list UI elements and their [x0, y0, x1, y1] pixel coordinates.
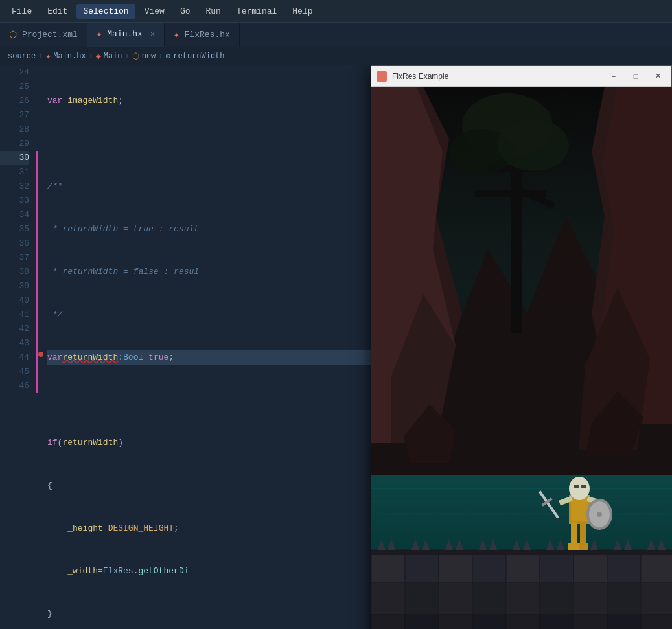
breadcrumb-main-class[interactable]: Main [104, 52, 122, 61]
ln-43: 43 [0, 336, 29, 350]
game-window-app-icon [377, 71, 387, 82]
hx-main-icon: ✦ [97, 29, 102, 40]
breadcrumb-new-icon: ⬡ [132, 51, 139, 62]
ln-46: 46 [0, 379, 29, 393]
menu-view[interactable]: View [138, 4, 171, 19]
breadcrumb-returnwidth[interactable]: returnWidth [173, 52, 224, 61]
breakpoint-marker [38, 352, 43, 357]
ln-24: 24 [0, 65, 29, 80]
tab-bar: ⬡ Project.xml ✦ Main.hx ✕ ✦ FlxRes.hx [0, 23, 672, 47]
ln-39: 39 [0, 279, 29, 293]
line-numbers: 24 25 26 27 28 29 30 31 32 33 34 35 36 3… [0, 65, 36, 629]
svg-rect-62 [472, 582, 506, 615]
svg-rect-75 [607, 615, 641, 629]
svg-rect-33 [405, 550, 439, 555]
ln-36: 36 [0, 236, 29, 251]
game-window-close[interactable]: ✕ [649, 70, 666, 83]
svg-rect-66 [607, 582, 641, 615]
menu-edit[interactable]: Edit [41, 4, 74, 19]
tab-project-label: Project.xml [22, 30, 78, 40]
ln-44: 44 [0, 350, 29, 365]
tab-flxres-label: FlxRes.hx [185, 30, 230, 40]
svg-rect-65 [574, 582, 607, 615]
svg-rect-36 [506, 550, 540, 555]
menu-selection[interactable]: Selection [76, 4, 135, 19]
code-editor[interactable]: var _imageWidth; /** * returnWidth = tru… [36, 65, 672, 629]
ln-42: 42 [0, 322, 29, 336]
menu-run[interactable]: Run [199, 4, 227, 19]
ln-25: 25 [0, 80, 29, 94]
svg-rect-72 [506, 615, 540, 629]
breadcrumb-main-icon: ✦ [45, 51, 51, 62]
svg-rect-69 [405, 615, 439, 629]
menu-help[interactable]: Help [286, 4, 319, 19]
ln-30: 30 [0, 151, 29, 165]
svg-rect-39 [607, 550, 641, 555]
svg-rect-34 [439, 550, 472, 555]
breadcrumb: source › ✦ Main.hx › ◈ Main › ⬡ new › ⊕ … [0, 47, 672, 65]
svg-rect-88 [571, 522, 577, 547]
xml-icon: ⬡ [9, 29, 17, 40]
svg-rect-38 [574, 550, 607, 555]
svg-rect-63 [506, 582, 540, 615]
menu-go[interactable]: Go [174, 4, 197, 19]
ln-34: 34 [0, 208, 29, 222]
ln-45: 45 [0, 365, 29, 379]
game-window-minimize[interactable]: − [605, 70, 622, 83]
menu-bar: File Edit Selection View Go Run Terminal… [0, 0, 672, 23]
svg-rect-95 [574, 485, 579, 488]
svg-rect-89 [580, 522, 586, 547]
svg-rect-91 [579, 543, 588, 550]
tab-main[interactable]: ✦ Main.hx ✕ [87, 23, 165, 47]
tab-project[interactable]: ⬡ Project.xml [0, 23, 87, 47]
svg-rect-60 [405, 582, 439, 615]
svg-rect-61 [439, 582, 472, 615]
svg-point-13 [498, 119, 569, 171]
svg-rect-37 [540, 550, 574, 555]
ln-38: 38 [0, 265, 29, 279]
svg-rect-73 [540, 615, 574, 629]
svg-rect-59 [371, 582, 405, 615]
game-scene-svg [371, 87, 672, 629]
svg-rect-70 [439, 615, 472, 629]
tab-flxres[interactable]: ✦ FlxRes.hx [165, 23, 240, 47]
game-window-titlebar: FlxRes Example − □ ✕ [371, 66, 671, 87]
ln-41: 41 [0, 308, 29, 322]
tab-main-close[interactable]: ✕ [150, 29, 155, 39]
svg-rect-64 [540, 582, 574, 615]
hx-flxres-icon: ✦ [174, 29, 179, 40]
game-canvas [371, 87, 672, 629]
ln-33: 33 [0, 194, 29, 208]
ln-40: 40 [0, 293, 29, 308]
breadcrumb-source[interactable]: source [8, 52, 36, 61]
ln-27: 27 [0, 108, 29, 122]
breadcrumb-fn-icon: ⊕ [166, 51, 171, 62]
ln-32: 32 [0, 179, 29, 194]
svg-rect-71 [472, 615, 506, 629]
ln-26: 26 [0, 94, 29, 108]
svg-rect-96 [581, 485, 586, 488]
ln-28: 28 [0, 122, 29, 137]
ln-35: 35 [0, 222, 29, 236]
breadcrumb-mainhx[interactable]: Main.hx [53, 52, 86, 61]
svg-rect-67 [641, 582, 672, 615]
tab-main-label: Main.hx [107, 29, 143, 39]
ln-37: 37 [0, 251, 29, 265]
svg-rect-68 [371, 615, 405, 629]
breadcrumb-new[interactable]: new [142, 52, 156, 61]
menu-file[interactable]: File [5, 4, 38, 19]
ln-31: 31 [0, 165, 29, 179]
svg-rect-76 [641, 615, 672, 629]
main-layout: 24 25 26 27 28 29 30 31 32 33 34 35 36 3… [0, 65, 672, 629]
ln-29: 29 [0, 137, 29, 151]
svg-rect-35 [472, 550, 506, 555]
breadcrumb-class-icon: ◈ [96, 51, 101, 62]
svg-point-94 [569, 477, 590, 500]
svg-rect-32 [371, 550, 405, 555]
svg-rect-90 [568, 543, 579, 550]
svg-rect-40 [641, 550, 672, 555]
menu-terminal[interactable]: Terminal [230, 4, 283, 19]
game-window-maximize[interactable]: □ [627, 70, 644, 83]
svg-point-101 [597, 512, 602, 517]
game-window-title: FlxRes Example [392, 72, 600, 81]
